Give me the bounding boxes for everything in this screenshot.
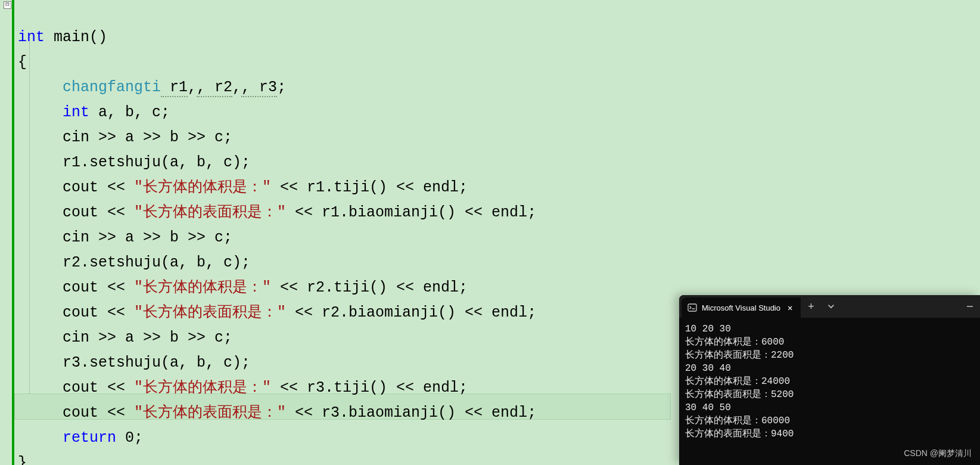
keyword-return: return [63,429,116,447]
keyword-int: int [63,104,89,121]
string-literal: "长方体的表面积是：" [134,404,286,421]
term-line: 30 40 50 [685,402,731,413]
string-literal: "长方体的表面积是：" [134,304,286,321]
code-text: } [18,454,27,465]
code-text: r2.setshuju(a, b, c); [63,254,250,271]
term-line: 长方体的体积是：6000 [685,337,784,348]
minimize-icon [966,303,973,310]
string-literal: "长方体的体积是：" [134,379,271,396]
code-text: << r1.biaomianji() << endl; [286,204,536,221]
term-line: 10 20 30 [685,324,731,334]
string-literal: "长方体的体积是：" [134,279,271,296]
string-literal: "长方体的表面积是：" [134,204,286,221]
code-text: a, b, c; [89,104,170,121]
code-text: cout << [63,404,134,421]
code-text: main() [45,29,107,46]
code-text: << r1.tiji() << endl; [271,179,468,196]
terminal-icon [687,303,697,312]
code-text: { [18,54,27,71]
code-text: cout << [63,179,134,196]
watermark: CSDN @阑梦清川 [904,448,972,459]
code-text: r1.setshuju(a, b, c); [63,154,250,171]
code-text: cin >> a >> b >> c; [63,129,232,146]
variable-r1: r1 [161,79,188,97]
code-text: cout << [63,279,134,296]
new-tab-button[interactable]: + [801,295,821,318]
term-line: 长方体的体积是：24000 [685,376,790,387]
code-text: << r2.tiji() << endl; [271,279,468,296]
term-line: 长方体的表面积是：5200 [685,389,794,400]
chevron-down-icon [827,303,835,310]
code-content[interactable]: int main() { changfangti r1,, r2,, r3; i… [18,0,536,465]
term-line: 长方体的表面积是：2200 [685,350,794,361]
code-text: cout << [63,379,134,396]
code-text: << r2.biaomianji() << endl; [286,304,536,321]
code-text: 0; [116,429,143,447]
variable-r2: , r2 [197,79,232,97]
terminal-titlebar[interactable]: Microsoft Visual Studio ✕ + [679,295,980,318]
svg-rect-0 [688,304,696,311]
close-icon[interactable]: ✕ [785,303,795,313]
keyword-int: int [18,29,45,46]
type-name: changfangti [63,79,161,96]
code-text: << r3.tiji() << endl; [271,379,468,396]
code-text: cout << [63,304,134,321]
minimize-button[interactable] [960,295,980,318]
term-line: 长方体的表面积是：9400 [685,429,794,439]
term-line: 20 30 40 [685,363,731,374]
string-literal: "长方体的体积是：" [134,179,271,196]
terminal-output[interactable]: 10 20 30 长方体的体积是：6000 长方体的表面积是：2200 20 3… [679,318,980,445]
titlebar-spacer [841,295,960,318]
code-text: r3.setshuju(a, b, c); [63,354,250,371]
term-line: 长方体的体积是：60000 [685,416,790,426]
code-text: cin >> a >> b >> c; [63,329,232,346]
terminal-tab[interactable]: Microsoft Visual Studio ✕ [682,297,801,318]
editor-gutter: ⊟ [0,0,14,465]
fold-toggle[interactable]: ⊟ [4,1,11,9]
variable-r3: , r3 [241,79,277,97]
tab-dropdown-button[interactable] [821,295,841,318]
code-text: << r3.biaomianji() << endl; [286,404,536,421]
terminal-window[interactable]: Microsoft Visual Studio ✕ + 10 20 30 长方体… [679,295,980,465]
code-text: cout << [63,204,134,221]
code-text: ; [277,79,286,96]
terminal-tab-title: Microsoft Visual Studio [702,303,780,312]
code-text: cin >> a >> b >> c; [63,229,232,246]
